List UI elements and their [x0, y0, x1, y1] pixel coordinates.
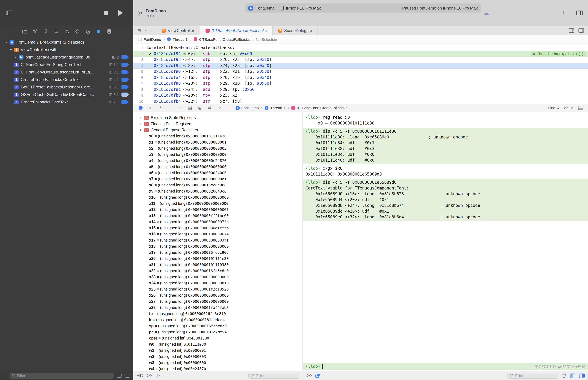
source-control-navigator-icon[interactable]	[32, 28, 38, 34]
register-row[interactable]: x28 = (unsigned long) 0x00000001faf4fab3	[133, 304, 303, 311]
variables-scope-popup[interactable]: All ▴▾	[137, 374, 143, 378]
breakpoint-badge[interactable]	[121, 93, 129, 97]
register-row[interactable]: w0 = (unsigned int) 0x01111e30	[133, 341, 303, 347]
debug-navigator-icon[interactable]	[85, 28, 91, 34]
line-number[interactable]: 3	[133, 57, 146, 63]
line-number[interactable]: 5	[133, 69, 146, 75]
jumpbar-item[interactable]: 0 TBaseFont::CreateFallbacks	[194, 37, 250, 41]
code-line[interactable]: 9 0x181d7dfb0 <+28>: mov x23, x2	[133, 93, 588, 98]
register-row[interactable]: w2 = (unsigned int) 0x00000003	[133, 353, 303, 360]
sidebar-filter-field[interactable]	[10, 373, 114, 379]
register-row[interactable]: x21 = (unsigned long) 0x0000000101110380	[133, 262, 303, 268]
test-navigator-icon[interactable]	[75, 28, 80, 34]
toggle-right-sidebar-button[interactable]	[576, 0, 583, 26]
register-row[interactable]: x15 = (unsigned long) 0x0000000086dffffb	[133, 225, 303, 231]
register-row[interactable]: fp = (unsigned long) 0x000000016fc6c8f0	[133, 311, 303, 317]
register-group[interactable]: ▾RGeneral Purpose Registers	[133, 127, 303, 133]
project-navigator-icon[interactable]	[22, 28, 28, 34]
register-row[interactable]: x24 = (unsigned long) 0x0000000000000018	[133, 280, 303, 286]
debugger-output-icon[interactable]	[315, 374, 320, 378]
line-number[interactable]: 7	[133, 81, 146, 87]
continue-button[interactable]: ▹	[148, 105, 153, 110]
code-line[interactable]: 1CoreText`TBaseFont::CreateFallbacks:	[133, 45, 588, 51]
editor-layout-button[interactable]	[578, 28, 584, 33]
register-row[interactable]: x2 = (unsigned long) 0x0000000000000003	[133, 145, 303, 152]
breakpoint-badge[interactable]	[121, 70, 129, 74]
register-row[interactable]: lr = (unsigned long) 0x0000000181cddcd4	[133, 317, 303, 323]
register-row[interactable]: x4 = (unsigned long) 0x0000600000c24870	[133, 157, 303, 164]
register-row[interactable]: x22 = (unsigned long) 0x000000016fc6c8c0	[133, 268, 303, 274]
console-filter-input[interactable]	[515, 374, 556, 378]
tab-viewcontroller[interactable]: SViewController	[156, 26, 200, 35]
run-button[interactable]	[118, 10, 123, 16]
forward-chevron-icon[interactable]: ›	[151, 28, 152, 33]
register-row[interactable]: x12 = (unsigned long) 0x0000000000000001	[133, 207, 303, 213]
register-row[interactable]: x9 = (unsigned long) 0x00006000026043c0	[133, 188, 303, 194]
breakpoint-item[interactable]: ΣGSFontCacheGetData libGSFontCach...ID 6…	[0, 91, 133, 98]
register-row[interactable]: x7 = (unsigned long) 0x00000000000000e1	[133, 176, 303, 182]
toggle-left-sidebar-button[interactable]	[6, 11, 12, 15]
variables-filter-field[interactable]	[248, 373, 300, 379]
destination-device[interactable]: iPhone 16 Pro Max	[286, 6, 321, 10]
line-number[interactable]: 1	[133, 45, 146, 51]
register-row[interactable]: x10 = (unsigned long) 0x0000000000000000	[133, 194, 303, 200]
register-row[interactable]: x23 = (unsigned long) 0x0000000000000000	[133, 274, 303, 280]
breakpoint-badge[interactable]	[121, 85, 129, 89]
register-row[interactable]: x16 = (unsigned long) 0x0000000180069674	[133, 231, 303, 237]
code-line[interactable]: 5 0x181d7dfa0 <+12>: stp x22, x21, [sp, …	[133, 69, 588, 75]
register-row[interactable]: x3 = (unsigned long) 0x0000000000000000	[133, 152, 303, 157]
register-row[interactable]: x26 = (unsigned long) 0x0000000000000000	[133, 292, 303, 298]
register-row[interactable]: w4 = (unsigned int) 0x00c24870	[133, 366, 303, 371]
related-items-icon[interactable]: ⊞	[137, 28, 141, 33]
breakpoint-badge[interactable]	[121, 63, 129, 67]
toggle-variables-view-button[interactable]	[570, 373, 575, 378]
disclosure-chevron-icon[interactable]: ▾	[9, 48, 13, 52]
activity-view[interactable]: A FontDemo › iPhone 16 Pro Max Paused Fo…	[245, 3, 481, 13]
variables-filter-input[interactable]	[256, 374, 297, 378]
register-row[interactable]: x8 = (unsigned long) 0x000000016fc6c908	[133, 182, 303, 188]
disassembly-editor[interactable]: 1CoreText`TBaseFont::CreateFallbacks:2->…	[133, 44, 588, 104]
line-number[interactable]: 8	[133, 87, 146, 93]
filter-enabled-breakpoints-button[interactable]	[117, 374, 122, 378]
code-line[interactable]: 3 0x181d7df98 <+4>: stp x26, x25, [sp, #…	[133, 57, 588, 63]
breakpoint-navigator-icon[interactable]	[96, 28, 101, 34]
jumpbar-item[interactable]: ≡Thread 1	[265, 106, 285, 110]
breakpoint-badge[interactable]	[121, 100, 129, 104]
issue-navigator-icon[interactable]	[64, 28, 70, 34]
code-line[interactable]: 10 0x181d7dfb4 <+32>: str xzr, [x8]	[133, 98, 588, 104]
register-row[interactable]: x0 = (unsigned long) 0x0000000101111e30	[133, 133, 303, 139]
find-navigator-icon[interactable]	[54, 28, 59, 34]
disclosure-chevron-icon[interactable]: ▾	[139, 128, 142, 132]
console-eye-icon[interactable]	[307, 374, 312, 377]
register-row[interactable]: x17 = (unsigned long) 0x00000000000003ff	[133, 237, 303, 243]
register-group[interactable]: ▸RException State Registers	[133, 115, 303, 121]
line-number[interactable]: 10	[133, 98, 146, 104]
jumpbar-item[interactable]: No Selection	[256, 37, 277, 41]
code-line[interactable]: 7 0x181d7dfa8 <+20>: stp x29, x30, [sp, …	[133, 81, 588, 87]
jumpbar-item[interactable]: 0 TBaseFont::CreateFallbacks	[291, 106, 347, 110]
breakpoint-project-row[interactable]: ▾ A FontDemo 7 Breakpoints (1 disabled)	[0, 38, 133, 46]
jumpbar-item[interactable]: ▤FontDemo	[138, 37, 161, 41]
quicklook-eye-icon[interactable]	[147, 374, 152, 377]
code-line[interactable]: 8 0x181d7dfac <+24>: add x29, sp, #0x50	[133, 87, 588, 93]
register-row[interactable]: x6 = (unsigned long) 0x0000600000024000	[133, 170, 303, 176]
add-breakpoint-button[interactable]: +	[3, 373, 6, 379]
step-out-icon[interactable]: ↑	[178, 105, 183, 110]
sidebar-filter-input[interactable]	[17, 374, 112, 378]
disclosure-chevron-icon[interactable]: ▸	[139, 116, 142, 119]
breakpoint-badge[interactable]	[121, 77, 129, 82]
register-row[interactable]: x20 = (unsigned long) 0x0000000101111e30	[133, 255, 303, 262]
step-into-icon[interactable]: ↓	[168, 105, 173, 110]
register-row[interactable]: x5 = (unsigned long) 0x0000000000000000	[133, 164, 303, 170]
register-row[interactable]: x18 = (unsigned long) 0x0000000000000000	[133, 243, 303, 249]
breakpoint-item[interactable]: ▸MprintCascadeList(for:languages:) 38ID …	[0, 53, 133, 61]
stop-button[interactable]	[104, 11, 108, 15]
register-row[interactable]: cpsr = (unsigned int) 0x40001000	[133, 335, 303, 341]
debug-console[interactable]: (lldb) reg read x0 x0 = 0x0000000101111e…	[303, 112, 588, 371]
bookmark-navigator-icon[interactable]	[43, 28, 49, 34]
toggle-debug-area-button[interactable]	[578, 106, 583, 110]
scheme-area[interactable]: FontDemo main	[138, 0, 166, 26]
toggle-breakpoints-button[interactable]	[138, 106, 143, 110]
register-row[interactable]: x19 = (unsigned long) 0x000000016fc6c908	[133, 249, 303, 255]
info-icon[interactable]: ⓘ	[156, 373, 160, 379]
